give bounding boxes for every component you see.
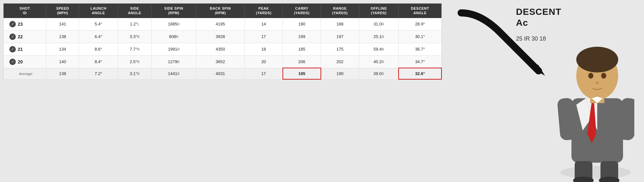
cell-peak: 20 <box>245 55 283 68</box>
col-header-back-spin: BACK SPIN(rpm) <box>196 4 244 18</box>
cell-side-spin: 1991R <box>151 43 196 55</box>
cell-side-spin: 1279R <box>151 55 196 68</box>
cell-descent-angle: 34.7° <box>399 55 441 68</box>
col-header-carry: CARRY(yards) <box>283 4 321 18</box>
col-header-peak: PEAK(yards) <box>245 4 283 18</box>
cell-launch-angle: 8.6° <box>79 43 118 55</box>
cell-side-angle: 7.7°R <box>118 43 151 55</box>
cell-avg-carry-highlighted: 195 <box>283 68 321 79</box>
shot-number: 21 <box>18 47 23 52</box>
cell-avg-back-spin: 4031 <box>196 68 244 79</box>
cell-offline: 59.4R <box>359 43 399 55</box>
check-icon: ✓ <box>9 21 16 27</box>
table-row: ✓ 21 134 8.6° 7.7°R 1991R 4350 18 185 17… <box>4 43 442 55</box>
cell-avg-descent-highlighted: 32.6° <box>399 68 441 79</box>
descent-text-line2: Ac <box>516 17 561 28</box>
cell-range: 188 <box>321 18 359 31</box>
data-table: SHOTID SPEED(mph) LAUNCHANGLE SIDEANGLE … <box>3 3 442 80</box>
shot-number: 22 <box>18 34 23 39</box>
stats-label: 25 IR 30 18 <box>516 35 546 42</box>
cell-speed: 138 <box>46 30 79 43</box>
cell-avg-side-spin: 1441R <box>151 68 196 79</box>
check-icon: ✓ <box>9 34 16 40</box>
check-icon: ✓ <box>9 46 16 53</box>
cell-avg-speed: 138 <box>46 68 79 79</box>
cell-peak: 18 <box>245 43 283 55</box>
person-figure <box>544 34 634 182</box>
cell-speed: 141 <box>46 18 79 31</box>
cell-descent-angle: 30.1° <box>399 30 441 43</box>
svg-point-9 <box>588 73 593 79</box>
cell-shot-id: ✓ 21 <box>4 43 46 55</box>
cell-avg-range: 190 <box>321 68 359 79</box>
cell-launch-angle: 6.4° <box>79 30 118 43</box>
cell-avg-peak: 17 <box>245 68 283 79</box>
cell-carry: 185 <box>283 43 321 55</box>
table-row: ✓ 20 140 8.4° 2.5°R 1279R 3652 20 206 20… <box>4 55 442 68</box>
descent-angle-label: DESCENT Ac <box>516 6 561 28</box>
average-row: Average: 138 7.2° 3.1°R 1441R 4031 17 19… <box>4 68 442 79</box>
table-row: ✓ 23 141 5.4° 1.2°L 1885R 4195 14 190 18… <box>4 18 442 31</box>
cell-side-angle: 3.3°R <box>118 30 151 43</box>
average-label-text: Average: <box>16 72 33 76</box>
cell-speed: 140 <box>46 55 79 68</box>
table-header-row: SHOTID SPEED(mph) LAUNCHANGLE SIDEANGLE … <box>4 4 442 18</box>
cell-average-label: Average: <box>4 68 46 79</box>
cell-range: 197 <box>321 30 359 43</box>
cell-side-angle: 2.5°R <box>118 55 151 68</box>
cell-shot-id: ✓ 22 <box>4 30 46 43</box>
cell-back-spin: 3928 <box>196 30 244 43</box>
cell-side-spin: 1885R <box>151 18 196 31</box>
cell-back-spin: 3652 <box>196 55 244 68</box>
cell-speed: 134 <box>46 43 79 55</box>
cell-offline: 40.2R <box>359 55 399 68</box>
col-header-side-angle: SIDEANGLE <box>118 4 151 18</box>
cell-avg-offline: 39.0R <box>359 68 399 79</box>
cell-back-spin: 4195 <box>196 18 244 31</box>
cell-shot-id: ✓ 23 <box>4 18 46 31</box>
cell-descent-angle: 36.7° <box>399 43 441 55</box>
col-header-descent-angle: DESCENTANGLE <box>399 4 441 18</box>
cell-launch-angle: 5.4° <box>79 18 118 31</box>
cell-peak: 17 <box>245 30 283 43</box>
cell-carry: 206 <box>283 55 321 68</box>
cell-peak: 14 <box>245 18 283 31</box>
svg-point-10 <box>601 73 606 79</box>
col-header-launch-angle: LAUNCHANGLE <box>79 4 118 18</box>
shot-number: 23 <box>18 22 23 27</box>
cell-shot-id: ✓ 20 <box>4 55 46 68</box>
cell-launch-angle: 8.4° <box>79 55 118 68</box>
cell-side-spin: 608R <box>151 30 196 43</box>
col-header-offline: OFFLINE(yards) <box>359 4 399 18</box>
main-container: SHOTID SPEED(mph) LAUNCHANGLE SIDEANGLE … <box>0 0 644 182</box>
svg-point-11 <box>596 81 599 84</box>
svg-point-8 <box>576 47 618 72</box>
col-header-side-spin: SIDE SPIN(rpm) <box>151 4 196 18</box>
cell-carry: 199 <box>283 30 321 43</box>
cell-descent-angle: 28.9° <box>399 18 441 31</box>
svg-point-1 <box>560 166 631 179</box>
cell-range: 175 <box>321 43 359 55</box>
cell-back-spin: 4350 <box>196 43 244 55</box>
descent-text-line1: DESCENT <box>516 6 561 17</box>
col-header-speed: SPEED(mph) <box>46 4 79 18</box>
table-row: ✓ 22 138 6.4° 3.3°R 608R 3928 17 199 197… <box>4 30 442 43</box>
cell-avg-launch-angle: 7.2° <box>79 68 118 79</box>
cell-offline: 25.1R <box>359 30 399 43</box>
table-section: SHOTID SPEED(mph) LAUNCHANGLE SIDEANGLE … <box>0 0 445 83</box>
figure-section: DESCENT Ac 25 IR 30 18 <box>445 0 644 182</box>
check-icon: ✓ <box>9 59 16 65</box>
cell-side-angle: 1.2°L <box>118 18 151 31</box>
cell-carry: 190 <box>283 18 321 31</box>
cell-offline: 31.0R <box>359 18 399 31</box>
cell-range: 202 <box>321 55 359 68</box>
shot-number: 20 <box>18 59 23 64</box>
col-header-shot-id: SHOTID <box>4 4 46 18</box>
col-header-range: RANGE(yards) <box>321 4 359 18</box>
cell-avg-side-angle: 3.1°R <box>118 68 151 79</box>
